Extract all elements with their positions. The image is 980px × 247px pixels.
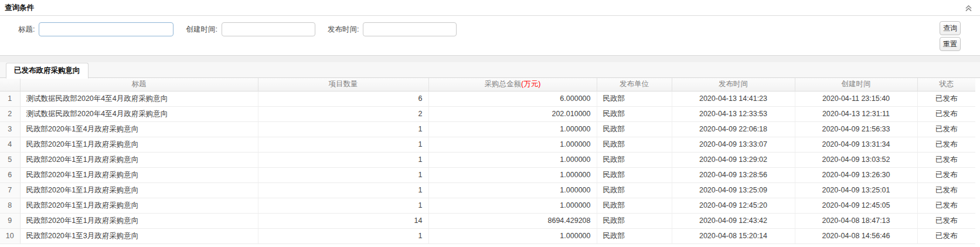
search-button[interactable]: 查询 bbox=[940, 21, 961, 35]
title-field-label: 标题: bbox=[18, 25, 35, 35]
cell-create-time: 2020-04-09 12:45:05 bbox=[795, 198, 917, 213]
query-form: 标题: 创建时间: 发布时间: bbox=[0, 22, 980, 36]
col-header-rownum bbox=[0, 78, 20, 91]
cell-quantity: 2 bbox=[258, 106, 428, 121]
cell-create-time: 2020-04-09 13:25:01 bbox=[795, 182, 917, 198]
reset-button[interactable]: 重置 bbox=[940, 37, 961, 51]
row-number: 10 bbox=[0, 228, 20, 243]
cell-create-time: 2020-04-08 14:56:46 bbox=[795, 228, 917, 243]
cell-amount: 1.000000 bbox=[428, 121, 597, 137]
cell-publish-time: 2020-04-09 12:43:42 bbox=[672, 213, 795, 228]
cell-publish-unit: 民政部 bbox=[597, 121, 672, 137]
collapse-panel-button[interactable] bbox=[963, 2, 974, 13]
row-number: 9 bbox=[0, 213, 20, 228]
cell-create-time: 2020-04-09 13:31:34 bbox=[795, 137, 917, 152]
cell-quantity: 6 bbox=[258, 91, 428, 106]
cell-quantity: 1 bbox=[258, 198, 428, 213]
cell-quantity: 1 bbox=[258, 182, 428, 198]
cell-amount: 1.000000 bbox=[428, 137, 597, 152]
col-header-create-time: 创建时间 bbox=[795, 78, 917, 91]
cell-title: 民政部2020年1至1月政府采购意向 bbox=[20, 213, 258, 228]
cell-publish-time: 2020-04-13 12:33:53 bbox=[672, 106, 795, 121]
cell-publish-time: 2020-04-09 13:33:07 bbox=[672, 137, 795, 152]
publish-time-input[interactable] bbox=[363, 22, 457, 36]
table-row[interactable]: 6 民政部2020年1至1月政府采购意向 1 1.000000 民政部 2020… bbox=[0, 167, 975, 182]
cell-publish-time: 2020-04-09 13:25:09 bbox=[672, 182, 795, 198]
cell-publish-time: 2020-04-09 13:29:02 bbox=[672, 152, 795, 167]
cell-title: 测试数据民政部2020年4至4月政府采购意向 bbox=[20, 91, 258, 106]
col-header-amount-text: 采购总金额 bbox=[485, 80, 522, 88]
cell-title: 民政部2020年1至1月政府采购意向 bbox=[20, 137, 258, 152]
cell-title: 民政部2020年1至3月政府采购意向 bbox=[20, 228, 258, 243]
cell-status: 已发布 bbox=[917, 152, 975, 167]
cell-publish-unit: 民政部 bbox=[597, 167, 672, 182]
cell-amount: 1.000000 bbox=[428, 152, 597, 167]
cell-publish-time: 2020-04-09 12:45:20 bbox=[672, 198, 795, 213]
double-chevron-up-icon bbox=[964, 4, 973, 12]
table-row[interactable]: 8 民政部2020年1至1月政府采购意向 1 1.000000 民政部 2020… bbox=[0, 198, 975, 213]
cell-title: 民政部2020年1至1月政府采购意向 bbox=[20, 198, 258, 213]
cell-publish-unit: 民政部 bbox=[597, 213, 672, 228]
cell-status: 已发布 bbox=[917, 228, 975, 243]
cell-publish-time: 2020-04-13 14:41:23 bbox=[672, 91, 795, 106]
cell-publish-unit: 民政部 bbox=[597, 106, 672, 121]
cell-title: 民政部2020年1至1月政府采购意向 bbox=[20, 182, 258, 198]
table-row[interactable]: 4 民政部2020年1至1月政府采购意向 1 1.000000 民政部 2020… bbox=[0, 137, 975, 152]
cell-quantity: 1 bbox=[258, 228, 428, 243]
cell-quantity: 1 bbox=[258, 137, 428, 152]
cell-create-time: 2020-04-11 23:15:40 bbox=[795, 91, 917, 106]
cell-publish-unit: 民政部 bbox=[597, 228, 672, 243]
cell-title: 民政部2020年1至1月政府采购意向 bbox=[20, 152, 258, 167]
cell-publish-time: 2020-04-08 15:20:14 bbox=[672, 228, 795, 243]
cell-status: 已发布 bbox=[917, 91, 975, 106]
field-publish-time: 发布时间: bbox=[328, 22, 457, 36]
cell-amount: 1.000000 bbox=[428, 228, 597, 243]
cell-publish-unit: 民政部 bbox=[597, 91, 672, 106]
cell-publish-unit: 民政部 bbox=[597, 182, 672, 198]
table-body: 1 测试数据民政部2020年4至4月政府采购意向 6 6.000000 民政部 … bbox=[0, 91, 975, 243]
col-header-status: 状态 bbox=[917, 78, 975, 91]
create-time-field-label: 创建时间: bbox=[186, 25, 217, 35]
table-row[interactable]: 10 民政部2020年1至3月政府采购意向 1 1.000000 民政部 202… bbox=[0, 228, 975, 243]
row-number: 1 bbox=[0, 91, 20, 106]
col-header-amount: 采购总金额(万元) bbox=[428, 78, 597, 91]
cell-create-time: 2020-04-08 18:47:13 bbox=[795, 213, 917, 228]
title-input[interactable] bbox=[39, 22, 173, 36]
panel-gap bbox=[0, 56, 980, 62]
table-row[interactable]: 5 民政部2020年1至1月政府采购意向 1 1.000000 民政部 2020… bbox=[0, 152, 975, 167]
cell-create-time: 2020-04-13 12:31:11 bbox=[795, 106, 917, 121]
cell-publish-unit: 民政部 bbox=[597, 152, 672, 167]
cell-create-time: 2020-04-09 13:03:52 bbox=[795, 152, 917, 167]
create-time-input[interactable] bbox=[222, 22, 315, 36]
table-row[interactable]: 1 测试数据民政部2020年4至4月政府采购意向 6 6.000000 民政部 … bbox=[0, 91, 975, 106]
row-number: 3 bbox=[0, 121, 20, 137]
cell-amount: 1.000000 bbox=[428, 167, 597, 182]
table-row[interactable]: 9 民政部2020年1至1月政府采购意向 14 8694.429208 民政部 … bbox=[0, 213, 975, 228]
row-number: 4 bbox=[0, 137, 20, 152]
cell-amount: 1.000000 bbox=[428, 182, 597, 198]
row-number: 7 bbox=[0, 182, 20, 198]
table-row[interactable]: 7 民政部2020年1至1月政府采购意向 1 1.000000 民政部 2020… bbox=[0, 182, 975, 198]
cell-publish-time: 2020-04-09 13:28:56 bbox=[672, 167, 795, 182]
table-row[interactable]: 2 测试数据民政部2020年4至4月政府采购意向 2 202.010000 民政… bbox=[0, 106, 975, 121]
cell-status: 已发布 bbox=[917, 213, 975, 228]
field-title: 标题: bbox=[18, 22, 173, 36]
query-panel-title: 查询条件 bbox=[5, 3, 34, 13]
col-header-title: 标题 bbox=[20, 78, 258, 91]
cell-amount: 1.000000 bbox=[428, 198, 597, 213]
cell-title: 民政部2020年1至1月政府采购意向 bbox=[20, 167, 258, 182]
table-row[interactable]: 3 民政部2020年1至4月政府采购意向 1 1.000000 民政部 2020… bbox=[0, 121, 975, 137]
published-intentions-panel: 已发布政府采购意向 标题 项目数量 采购总金额(万元) 发布单位 发布时间 创建… bbox=[0, 62, 980, 244]
cell-status: 已发布 bbox=[917, 121, 975, 137]
tab-published-intentions[interactable]: 已发布政府采购意向 bbox=[6, 63, 89, 79]
cell-amount: 8694.429208 bbox=[428, 213, 597, 228]
col-header-quantity: 项目数量 bbox=[258, 78, 428, 91]
table-header-row: 标题 项目数量 采购总金额(万元) 发布单位 发布时间 创建时间 状态 bbox=[0, 78, 975, 91]
cell-quantity: 14 bbox=[258, 213, 428, 228]
col-header-amount-unit: (万元) bbox=[521, 80, 540, 88]
cell-publish-unit: 民政部 bbox=[597, 198, 672, 213]
cell-title: 民政部2020年1至4月政府采购意向 bbox=[20, 121, 258, 137]
cell-quantity: 1 bbox=[258, 167, 428, 182]
row-number: 8 bbox=[0, 198, 20, 213]
row-number: 5 bbox=[0, 152, 20, 167]
